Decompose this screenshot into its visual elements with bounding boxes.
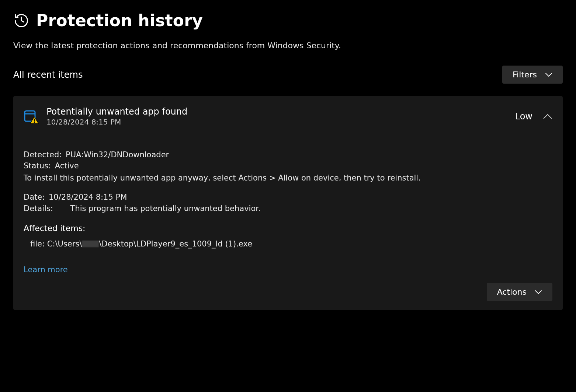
redacted-username <box>82 241 99 247</box>
threat-details: Detected: PUA:Win32/DNDownloader Status:… <box>24 149 552 274</box>
app-warning-icon <box>24 109 39 124</box>
threat-severity: Low <box>515 111 532 122</box>
history-icon <box>13 13 30 29</box>
threat-timestamp: 10/28/2024 8:15 PM <box>46 118 508 126</box>
details-value: This program has potentially unwanted be… <box>70 204 261 213</box>
list-header: All recent items Filters <box>13 66 563 84</box>
recent-items-label: All recent items <box>13 70 83 80</box>
detected-value: PUA:Win32/DNDownloader <box>66 150 169 159</box>
affected-items-heading: Affected items: <box>24 224 552 233</box>
threat-card-header[interactable]: Potentially unwanted app found 10/28/202… <box>24 106 552 126</box>
date-label: Date: <box>24 193 45 202</box>
chevron-down-icon <box>545 72 552 77</box>
filters-button[interactable]: Filters <box>502 66 563 84</box>
threat-card: Potentially unwanted app found 10/28/202… <box>13 96 563 310</box>
affected-path-suffix: \Desktop\LDPlayer9_es_1009_ld (1).exe <box>99 239 252 248</box>
status-value: Active <box>55 161 79 170</box>
date-value: 10/28/2024 8:15 PM <box>49 193 127 202</box>
svg-point-4 <box>34 122 35 123</box>
page-title: Protection history <box>36 11 203 30</box>
filters-button-label: Filters <box>513 70 537 79</box>
page-title-row: Protection history <box>13 11 563 30</box>
threat-title: Potentially unwanted app found <box>46 106 508 117</box>
chevron-down-icon <box>535 290 542 295</box>
chevron-up-icon <box>543 113 552 119</box>
learn-more-link[interactable]: Learn more <box>24 265 68 274</box>
page-subtitle: View the latest protection actions and r… <box>13 41 563 50</box>
affected-path-prefix: file: C:\Users\ <box>30 239 82 248</box>
details-label: Details: <box>24 204 53 213</box>
affected-item: file: C:\Users\\Desktop\LDPlayer9_es_100… <box>30 239 552 248</box>
actions-button-label: Actions <box>497 287 527 297</box>
detected-label: Detected: <box>24 150 62 159</box>
status-label: Status: <box>24 161 51 170</box>
actions-button[interactable]: Actions <box>487 283 552 301</box>
threat-instruction: To install this potentially unwanted app… <box>24 172 552 183</box>
